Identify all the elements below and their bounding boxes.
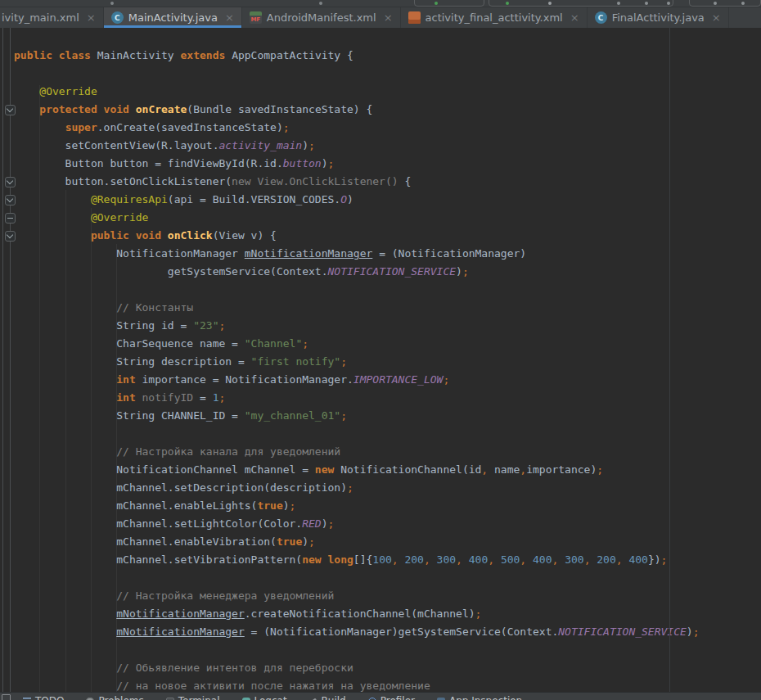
editor-tab[interactable]: CMainActivity.java×	[104, 7, 242, 28]
toolwindow-button-label: Logcat	[254, 695, 287, 700]
profiler-icon	[368, 698, 376, 700]
todo-icon	[23, 698, 31, 700]
chevron-down-icon	[7, 106, 13, 112]
logcat-icon	[242, 698, 250, 700]
toolwindow-button-label: Build	[322, 695, 346, 700]
indent-guide	[116, 244, 117, 692]
tab-label: ivity_main.xml	[2, 11, 79, 24]
gutter-fold-line	[2, 28, 3, 692]
problems-icon	[86, 698, 94, 700]
toolbar-dot-icon	[319, 2, 322, 5]
code-line: public void onClick(View v) {	[14, 227, 700, 245]
tab-label: activity_final_acttivity.xml	[426, 11, 563, 24]
layout-xml-file-icon	[408, 11, 421, 24]
chevron-down-icon	[7, 232, 13, 238]
toolbar-widget-group[interactable]	[689, 0, 761, 7]
code-line	[14, 65, 700, 83]
toolwindow-button-appinspect[interactable]: App Inspection	[437, 695, 522, 700]
fold-marker[interactable]	[5, 105, 16, 115]
toolwindow-button-build[interactable]: Build	[309, 695, 346, 700]
toolwindow-button-terminal[interactable]: ›_Terminal	[166, 695, 220, 700]
code-line: @Override	[14, 83, 700, 101]
toolwindow-button-label: TODO	[35, 695, 64, 700]
gutter-fold-line	[10, 28, 11, 692]
editor-tab[interactable]: activity_final_acttivity.xml×	[401, 7, 588, 28]
toolbar-dot-icon	[667, 2, 670, 5]
toolwindow-button-label: Terminal	[178, 695, 220, 700]
close-icon[interactable]: ×	[384, 12, 393, 23]
code-line: @Override	[14, 209, 700, 227]
tab-label: FinalActtivity.java	[612, 11, 705, 24]
code-line: Button button = findViewById(R.id.button…	[14, 155, 700, 173]
fold-marker[interactable]	[5, 177, 16, 187]
fold-marker[interactable]	[5, 231, 16, 242]
toolbar-widget-group[interactable]	[414, 0, 484, 7]
toolwindow-corner-icon[interactable]	[2, 694, 11, 700]
code-editor[interactable]: public class MainActivity extends AppCom…	[0, 28, 761, 692]
fold-marker[interactable]	[5, 213, 16, 224]
indent-guide	[39, 85, 40, 692]
right-margin-guide	[669, 28, 670, 692]
code-line: protected void onCreate(Bundle savedInst…	[14, 101, 700, 119]
tab-label: MainActivity.java	[128, 11, 218, 24]
toolwindow-button-profiler[interactable]: Profiler	[368, 695, 415, 700]
fold-marker[interactable]	[5, 195, 16, 205]
toolwindow-button-todo[interactable]: TODO	[23, 695, 64, 700]
code-line: super.onCreate(savedInstanceState);	[14, 119, 700, 137]
build-icon	[309, 698, 317, 700]
toolwindow-button-logcat[interactable]: Logcat	[242, 695, 287, 700]
toolbar-dot-icon	[435, 2, 438, 5]
toolwindow-bar: TODOProblems›_TerminalLogcatBuildProfile…	[0, 692, 761, 700]
toolbar-dot-icon	[110, 2, 114, 5]
terminal-icon: ›_	[166, 698, 174, 700]
toolbar-dot-icon	[714, 2, 717, 5]
code-line: button.setOnClickListener(new View.OnCli…	[14, 173, 700, 191]
toolwindow-button-label: Profiler	[380, 695, 415, 700]
editor-tab[interactable]: ivity_main.xml×	[0, 7, 104, 28]
close-icon[interactable]: ×	[570, 12, 579, 23]
tab-bar: ivity_main.xml×CMainActivity.java×MFAndr…	[0, 7, 761, 29]
manifest-file-icon: MF	[250, 11, 262, 24]
toolbar-dot-icon	[645, 2, 648, 5]
chevron-down-icon	[7, 196, 13, 202]
close-icon[interactable]: ×	[712, 12, 721, 23]
editor-tab[interactable]: CFinalActtivity.java×	[588, 7, 729, 28]
android-studio-window: { "palette":{ "editor_bg":"#2b2b2b","bar…	[0, 0, 761, 700]
toolwindow-button-label: Problems	[98, 695, 143, 700]
editor-tab[interactable]: MFAndroidManifest.xml×	[242, 7, 401, 28]
chevron-down-icon	[7, 178, 13, 184]
code-line: public class MainActivity extends AppCom…	[14, 47, 700, 65]
close-icon[interactable]: ×	[225, 12, 234, 23]
toolbar-dot-icon	[617, 2, 620, 5]
close-icon[interactable]: ×	[87, 12, 96, 23]
main-toolbar-strip	[0, 0, 761, 7]
fold-minus-icon	[7, 218, 13, 219]
tab-label: AndroidManifest.xml	[267, 11, 376, 24]
toolbar-dot-icon	[506, 2, 509, 5]
toolwindow-button-problems[interactable]: Problems	[86, 695, 143, 700]
java-class-icon: C	[111, 11, 124, 24]
appinspect-icon	[437, 698, 445, 700]
indent-guide	[65, 190, 66, 692]
toolwindow-button-label: App Inspection	[449, 695, 522, 700]
java-class-icon: C	[595, 11, 607, 24]
code-line: setContentView(R.layout.activity_main);	[14, 137, 700, 155]
toolbar-dot-icon	[741, 2, 745, 5]
indent-guide	[91, 208, 92, 692]
toolbar-dot-icon	[548, 2, 552, 5]
code-line: @RequiresApi(api = Build.VERSION_CODES.O…	[14, 191, 700, 209]
